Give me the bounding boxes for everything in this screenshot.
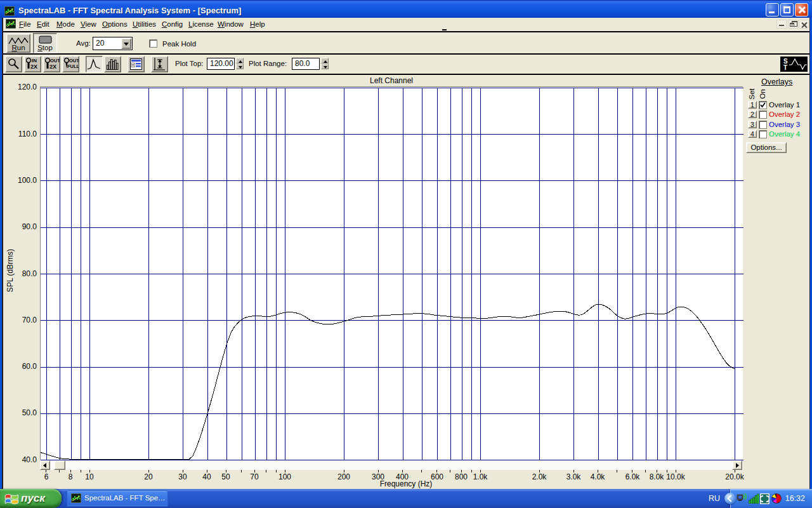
svg-text:FULL: FULL	[67, 64, 79, 69]
svg-text:2X: 2X	[30, 64, 37, 70]
svg-text:2X: 2X	[49, 64, 56, 70]
svg-text:OUT: OUT	[69, 58, 79, 64]
svg-text:IN: IN	[32, 58, 37, 64]
svg-text:OUT: OUT	[50, 58, 60, 64]
svg-text:T: T	[783, 64, 787, 71]
